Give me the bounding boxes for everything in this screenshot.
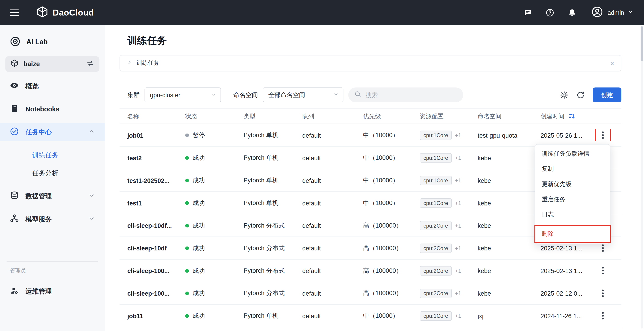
check-circle-icon — [10, 127, 19, 138]
row-actions-button[interactable] — [597, 287, 609, 300]
row-context-menu: 训练任务负载详情 复制 更新优先级 重启任务 日志 删除 — [535, 144, 610, 244]
menu-item-workload-details[interactable]: 训练任务负载详情 — [535, 146, 610, 162]
status-dot — [185, 201, 189, 205]
chevron-down-icon[interactable] — [88, 192, 95, 200]
menu-item-restart-task[interactable]: 重启任务 — [535, 192, 610, 207]
table-row[interactable]: cli-sleep-100... 成功 Pytorch 分布式 default … — [120, 260, 622, 282]
status-dot — [185, 314, 189, 318]
menu-divider — [535, 224, 610, 224]
sidebar-item-data-management[interactable]: 数据管理 — [0, 187, 105, 205]
table-row[interactable]: cli-sleep-100... 成功 Pytorch 分布式 default … — [120, 282, 622, 305]
table-row[interactable]: job01 暂停 Pytorch 单机 default 中（10000） cpu… — [120, 124, 622, 146]
workspace-selector[interactable]: baize — [5, 56, 99, 72]
workspace-name: baize — [24, 60, 40, 68]
brand: DaoCloud — [36, 6, 94, 20]
breadcrumb-item[interactable]: 训练任务 — [136, 60, 160, 67]
messages-icon[interactable] — [523, 8, 533, 17]
breadcrumb-close-icon[interactable]: × — [610, 59, 614, 67]
status-dot — [185, 269, 189, 272]
notebook-icon — [10, 104, 19, 114]
status-dot — [185, 291, 189, 295]
daocloud-logo-icon — [36, 6, 48, 20]
menu-item-delete[interactable]: 删除 — [535, 226, 610, 242]
user-menu-chevron-down-icon[interactable] — [628, 9, 633, 16]
database-icon — [10, 191, 19, 202]
sidebar-item-task-analysis[interactable]: 任务分析 — [0, 164, 105, 182]
namespace-label: 命名空间 — [233, 91, 258, 98]
chevron-down-icon[interactable] — [88, 215, 95, 224]
status-dot — [185, 156, 189, 160]
table-row[interactable]: job11 成功 Pytorch 单机 default 中（10000） cpu… — [120, 305, 622, 327]
cluster-label: 集群 — [127, 91, 140, 98]
resource-chip: cpu:2Core — [420, 221, 452, 230]
chevron-up-icon[interactable] — [88, 128, 95, 136]
sidebar: AI Lab baize 概览 — [0, 25, 105, 331]
sidebar-item-task-center[interactable]: 任务中心 — [0, 123, 105, 141]
username[interactable]: admin — [608, 9, 624, 16]
resource-chip: cpu:2Core — [420, 243, 452, 253]
eye-icon — [10, 81, 19, 92]
status-dot — [185, 224, 189, 227]
sidebar-item-ops-management[interactable]: 运维管理 — [0, 282, 105, 301]
namespace-select[interactable]: 全部命名空间 — [263, 88, 344, 102]
search-icon — [354, 90, 361, 100]
breadcrumb: 训练任务 × — [120, 55, 622, 72]
model-nodes-icon — [10, 214, 19, 224]
resource-chip: cpu:1Core — [420, 153, 452, 162]
row-actions-button[interactable] — [597, 264, 609, 277]
app-window: DaoCloud admin — [0, 0, 644, 331]
table-settings-gear-icon[interactable] — [558, 89, 570, 100]
menu-item-update-priority[interactable]: 更新优先级 — [535, 177, 610, 192]
row-actions-button[interactable] — [597, 129, 609, 141]
sidebar-item-training-tasks[interactable]: 训练任务 — [0, 146, 105, 164]
topbar: DaoCloud admin — [0, 0, 644, 25]
help-icon[interactable] — [545, 8, 555, 17]
status-dot — [185, 178, 189, 182]
resource-chip: cpu:2Core — [420, 288, 452, 298]
menu-toggle-icon[interactable] — [10, 9, 19, 16]
row-actions-button[interactable] — [597, 310, 609, 322]
search-input[interactable] — [366, 91, 458, 98]
resource-chip: cpu:1Core — [420, 198, 452, 208]
brand-name: DaoCloud — [52, 8, 94, 17]
resource-chip: cpu:1Core — [420, 311, 452, 320]
scrollbar-thumb[interactable] — [641, 26, 643, 61]
sidebar-item-model-services[interactable]: 模型服务 — [0, 210, 105, 228]
user-avatar[interactable] — [591, 6, 604, 20]
menu-item-logs[interactable]: 日志 — [535, 207, 610, 222]
sidebar-app-title: AI Lab — [10, 33, 101, 51]
chevron-down-icon — [329, 91, 339, 98]
resource-chip: cpu:1Core — [420, 130, 452, 140]
sidebar-item-notebooks[interactable]: Notebooks — [0, 100, 105, 118]
status-dot — [185, 246, 189, 250]
operator-icon — [10, 286, 19, 297]
search-box — [348, 88, 463, 102]
chevron-down-icon — [206, 91, 216, 98]
cluster-select[interactable]: gpu-cluster — [144, 88, 221, 102]
workspace-switch-icon[interactable] — [86, 59, 94, 69]
sidebar-item-overview[interactable]: 概览 — [0, 77, 105, 95]
filter-bar: 集群 gpu-cluster 命名空间 全部命名空间 — [120, 88, 622, 102]
table-header: 名称 状态 类型 队列 优先级 资源配置 命名空间 创建时间 — [120, 108, 622, 124]
topbar-right: admin — [510, 6, 633, 20]
breadcrumb-chevron-icon — [126, 60, 132, 67]
ailab-logo-icon — [10, 36, 20, 48]
notifications-bell-icon[interactable] — [567, 8, 577, 17]
page-title: 训练任务 — [127, 34, 622, 47]
status-dot — [185, 133, 189, 137]
menu-item-copy[interactable]: 复制 — [535, 162, 610, 177]
admin-section-label: 管理员 — [0, 262, 105, 282]
resource-chip: cpu:2Core — [420, 266, 452, 275]
refresh-icon[interactable] — [575, 89, 586, 100]
resource-chip: cpu:1Core — [420, 176, 452, 185]
vertical-scrollbar[interactable] — [641, 26, 643, 328]
create-button[interactable]: 创建 — [593, 88, 622, 102]
sort-descending-icon[interactable] — [568, 113, 576, 120]
workspace-cube-icon — [10, 59, 18, 69]
